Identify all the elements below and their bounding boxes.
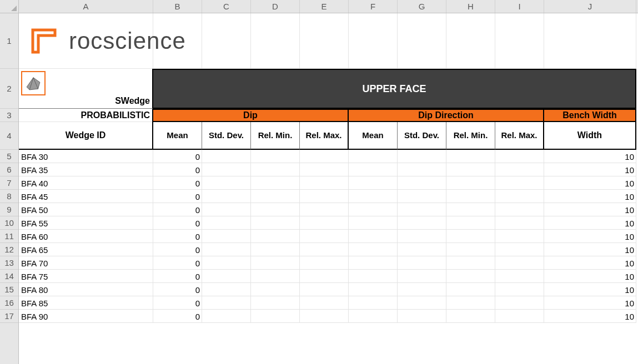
cell-empty[interactable]	[398, 176, 446, 190]
cell-wedge-id[interactable]: BFA 50	[19, 203, 153, 216]
mode-label-probabilistic[interactable]: PROBABILISTIC	[19, 109, 153, 122]
cell-dip-mean[interactable]: 0	[153, 176, 202, 190]
cell-wedge-id[interactable]: BFA 35	[19, 163, 153, 176]
cell-empty[interactable]	[202, 243, 251, 256]
row-header[interactable]: 6	[0, 163, 18, 176]
cell-empty[interactable]	[446, 296, 495, 310]
cell-empty[interactable]	[349, 310, 398, 323]
column-header-dip-stddev[interactable]: Std. Dev.	[202, 122, 251, 150]
cell-empty[interactable]	[446, 256, 495, 270]
column-header[interactable]: J	[544, 0, 636, 13]
cell-empty[interactable]	[446, 243, 495, 256]
column-header-dipdir-stddev[interactable]: Std. Dev.	[398, 122, 446, 150]
cell-dip-mean[interactable]: 0	[153, 256, 202, 270]
cell-empty[interactable]	[398, 216, 446, 230]
cell-empty[interactable]	[446, 270, 495, 283]
cell-wedge-id[interactable]: BFA 80	[19, 283, 153, 296]
cell-empty[interactable]	[495, 163, 544, 176]
cell-empty[interactable]	[398, 283, 446, 296]
cell-empty[interactable]	[202, 150, 251, 163]
cell-empty[interactable]	[202, 310, 251, 323]
cell-bench-width[interactable]: 10	[544, 203, 636, 216]
cell-dip-mean[interactable]: 0	[153, 296, 202, 310]
cell-wedge-id[interactable]: BFA 70	[19, 256, 153, 270]
cell-bench-width[interactable]: 10	[544, 230, 636, 243]
cell-empty[interactable]	[349, 150, 398, 163]
column-header-dipdir-relmin[interactable]: Rel. Min.	[446, 122, 495, 150]
cell-empty[interactable]	[495, 176, 544, 190]
cell-empty[interactable]	[202, 163, 251, 176]
column-header[interactable]: H	[446, 0, 495, 13]
cell-empty[interactable]	[300, 176, 349, 190]
cell-dip-mean[interactable]: 0	[153, 310, 202, 323]
column-header[interactable]: F	[349, 0, 398, 13]
cell-empty[interactable]	[300, 243, 349, 256]
row-header[interactable]: 17	[0, 310, 18, 323]
cell-empty[interactable]	[251, 203, 300, 216]
cell-empty[interactable]	[300, 283, 349, 296]
cell-empty[interactable]	[495, 310, 544, 323]
cell-empty[interactable]	[446, 216, 495, 230]
column-header-dipdir-relmax[interactable]: Rel. Max.	[495, 122, 544, 150]
row-header[interactable]: 1	[0, 13, 18, 69]
cell-bench-width[interactable]: 10	[544, 150, 636, 163]
cell-empty[interactable]	[251, 150, 300, 163]
cell-bench-width[interactable]: 10	[544, 310, 636, 323]
row-header[interactable]: 8	[0, 190, 18, 203]
cell-bench-width[interactable]: 10	[544, 256, 636, 270]
cell-empty[interactable]	[251, 310, 300, 323]
row-header[interactable]: 15	[0, 283, 18, 296]
cell-empty[interactable]	[251, 216, 300, 230]
cell-empty[interactable]	[300, 203, 349, 216]
cell-bench-width[interactable]: 10	[544, 163, 636, 176]
row-header[interactable]: 2	[0, 69, 18, 109]
cell-empty[interactable]	[251, 243, 300, 256]
cell-empty[interactable]	[446, 203, 495, 216]
cell-empty[interactable]	[446, 310, 495, 323]
cell-empty[interactable]	[349, 270, 398, 283]
cell-empty[interactable]	[349, 176, 398, 190]
cell-empty[interactable]	[300, 310, 349, 323]
column-header-bench-width[interactable]: Width	[544, 122, 636, 150]
cell-empty[interactable]	[300, 163, 349, 176]
cell-empty[interactable]	[446, 230, 495, 243]
cell-bench-width[interactable]: 10	[544, 283, 636, 296]
cell-dip-mean[interactable]: 0	[153, 283, 202, 296]
cell-empty[interactable]	[349, 216, 398, 230]
cell-empty[interactable]	[300, 150, 349, 163]
cell-dip-mean[interactable]: 0	[153, 163, 202, 176]
cell-bench-width[interactable]: 10	[544, 190, 636, 203]
cell-empty[interactable]	[446, 163, 495, 176]
cell-empty[interactable]	[446, 150, 495, 163]
cell-empty[interactable]	[300, 230, 349, 243]
cell-dip-mean[interactable]: 0	[153, 230, 202, 243]
column-header-dip-relmin[interactable]: Rel. Min.	[251, 122, 300, 150]
cell-empty[interactable]	[202, 203, 251, 216]
cell-bench-width[interactable]: 10	[544, 243, 636, 256]
cell-empty[interactable]	[300, 296, 349, 310]
cell-empty[interactable]	[202, 190, 251, 203]
cell-empty[interactable]	[446, 283, 495, 296]
cell-empty[interactable]	[398, 243, 446, 256]
cell-empty[interactable]	[300, 216, 349, 230]
cell-empty[interactable]	[251, 163, 300, 176]
cell-empty[interactable]	[202, 270, 251, 283]
cell-wedge-id[interactable]: BFA 65	[19, 243, 153, 256]
cell-empty[interactable]	[251, 256, 300, 270]
cell-empty[interactable]	[398, 270, 446, 283]
cell-dip-mean[interactable]: 0	[153, 190, 202, 203]
group-header-upper-face[interactable]: UPPER FACE	[153, 69, 636, 109]
cell-empty[interactable]	[202, 256, 251, 270]
cell-wedge-id[interactable]: BFA 30	[19, 150, 153, 163]
row-header[interactable]: 16	[0, 296, 18, 310]
column-header[interactable]: D	[251, 0, 300, 13]
cell-wedge-id[interactable]: BFA 55	[19, 216, 153, 230]
cell-empty[interactable]	[495, 243, 544, 256]
cell-empty[interactable]	[495, 150, 544, 163]
cell-empty[interactable]	[446, 176, 495, 190]
cell-dip-mean[interactable]: 0	[153, 243, 202, 256]
column-header[interactable]: I	[495, 0, 544, 13]
cell-empty[interactable]	[495, 216, 544, 230]
cell-empty[interactable]	[349, 163, 398, 176]
cell-empty[interactable]	[251, 270, 300, 283]
